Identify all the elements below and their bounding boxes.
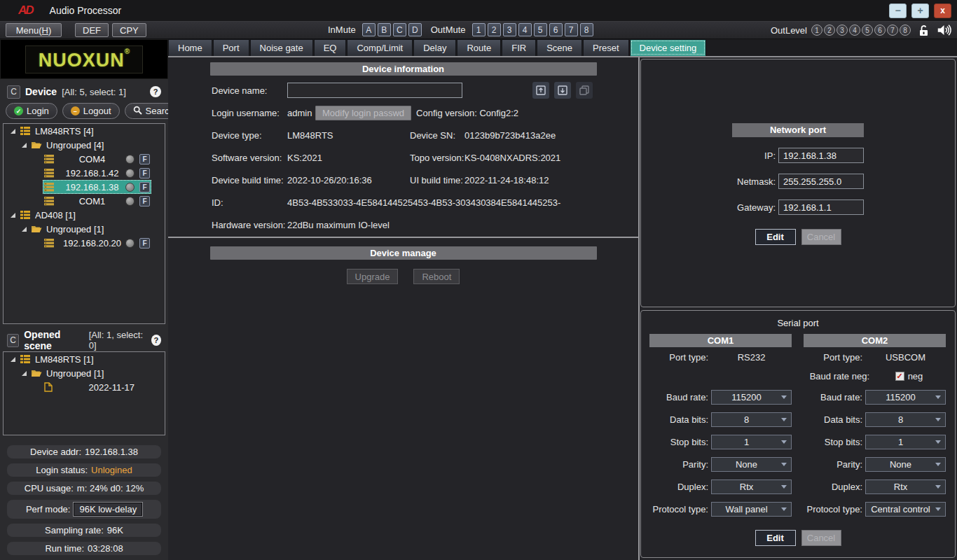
logout-button[interactable]: –Logout — [62, 103, 120, 119]
outlevel-button-6[interactable]: 6 — [874, 24, 886, 36]
tree-row-192-168-1-38[interactable]: 192.168.1.38F — [4, 180, 165, 194]
outlevel-button-7[interactable]: 7 — [887, 24, 898, 36]
inmute-button-d[interactable]: D — [408, 23, 422, 36]
expand-arrow-icon[interactable] — [11, 213, 15, 218]
network-field-input[interactable] — [778, 148, 864, 163]
expand-arrow-icon[interactable] — [22, 143, 27, 148]
cpy-button[interactable]: CPY — [112, 23, 146, 37]
tree-leaf-content[interactable]: COM1F — [43, 194, 151, 208]
outmute-button-7[interactable]: 7 — [565, 23, 578, 36]
inmute-button-a[interactable]: A — [362, 23, 376, 36]
tree-group-ungrouped-1-[interactable]: Ungrouped [1] — [4, 366, 165, 380]
inmute-button-b[interactable]: B — [378, 23, 391, 36]
tree-leaf-content[interactable]: COM4F — [43, 152, 151, 166]
f-button[interactable]: F — [139, 182, 150, 192]
parity-select[interactable]: None — [711, 457, 792, 472]
baud-rate-select[interactable]: 115200 — [711, 390, 792, 405]
data-bits-select[interactable]: 8 — [711, 412, 792, 427]
menu-button[interactable]: Menu(H) — [6, 23, 62, 37]
stop-bits-select[interactable]: 1 — [711, 435, 792, 449]
f-button[interactable]: F — [139, 196, 150, 206]
tab-preset[interactable]: Preset — [583, 39, 629, 56]
tree-leaf-content[interactable]: 192.168.1.42F — [43, 166, 151, 180]
tree-leaf-content[interactable]: 192.168.1.38F — [43, 180, 151, 194]
network-edit-button[interactable]: Edit — [755, 229, 796, 245]
f-button[interactable]: F — [139, 238, 150, 248]
speaker-icon[interactable] — [936, 23, 951, 37]
tree-leaf-content[interactable]: 2022-11-17 — [43, 380, 151, 394]
tree-row-192-168-1-42[interactable]: 192.168.1.42F — [4, 166, 165, 180]
login-button[interactable]: ✓Login — [6, 103, 57, 119]
tab-comp-limit[interactable]: Comp/Limit — [347, 39, 413, 56]
def-button[interactable]: DEF — [75, 23, 109, 37]
outlevel-button-3[interactable]: 3 — [836, 24, 848, 36]
tree-group-lm848rts-1-[interactable]: LM848RTS [1] — [4, 352, 165, 366]
serial-cancel-button[interactable]: Cancel — [801, 530, 841, 546]
inmute-button-c[interactable]: C — [393, 23, 406, 36]
tab-noise-gate[interactable]: Noise gate — [250, 39, 313, 56]
outmute-button-4[interactable]: 4 — [518, 23, 532, 36]
maximize-button[interactable]: + — [911, 4, 929, 18]
close-button[interactable]: x — [934, 4, 951, 18]
modify-password-button[interactable]: Modify login passwd — [315, 106, 411, 120]
network-cancel-button[interactable]: Cancel — [801, 229, 841, 245]
minimize-button[interactable]: − — [889, 4, 907, 18]
reboot-button[interactable]: Reboot — [413, 269, 460, 284]
f-button[interactable]: F — [139, 154, 150, 164]
stop-bits-select[interactable]: 1 — [865, 435, 946, 449]
outmute-button-8[interactable]: 8 — [580, 23, 593, 36]
tab-scene[interactable]: Scene — [537, 39, 582, 56]
unlock-icon[interactable] — [916, 23, 931, 37]
duplex-select[interactable]: Rtx — [865, 479, 946, 494]
data-bits-select[interactable]: 8 — [865, 412, 946, 427]
expand-arrow-icon[interactable] — [22, 371, 27, 376]
tree-row-2022-11-17[interactable]: 2022-11-17 — [4, 380, 165, 394]
tree-row-com1[interactable]: COM1F — [4, 194, 165, 208]
outlevel-button-4[interactable]: 4 — [849, 24, 860, 36]
tree-group-ad408-1-[interactable]: AD408 [1] — [4, 208, 165, 222]
outmute-button-6[interactable]: 6 — [549, 23, 563, 36]
expand-arrow-icon[interactable] — [22, 227, 27, 232]
outlevel-button-2[interactable]: 2 — [824, 24, 835, 36]
device-collapse-button[interactable]: C — [7, 85, 20, 99]
upgrade-button[interactable]: Upgrade — [347, 269, 399, 284]
scene-help-icon[interactable]: ? — [151, 335, 161, 346]
outlevel-button-5[interactable]: 5 — [862, 24, 873, 36]
outmute-button-2[interactable]: 2 — [488, 23, 501, 36]
tree-row-192-168-20-20[interactable]: 192.168.20.20F — [4, 236, 165, 250]
copy-icon[interactable] — [576, 82, 593, 99]
tree-group-ungrouped-4-[interactable]: Ungrouped [4] — [4, 138, 165, 152]
status-value[interactable]: 96K low-delay — [74, 503, 142, 516]
export-icon[interactable] — [554, 82, 571, 99]
neg-checkbox[interactable]: ✓ — [895, 372, 904, 381]
tree-group-ungrouped-1-[interactable]: Ungrouped [1] — [4, 222, 165, 236]
tab-route[interactable]: Route — [457, 39, 501, 56]
tree-group-lm848rts-4-[interactable]: LM848RTS [4] — [4, 124, 165, 138]
protocol-type-select[interactable]: Wall panel — [711, 502, 792, 517]
duplex-select[interactable]: Rtx — [711, 479, 792, 494]
tree-row-com4[interactable]: COM4F — [4, 152, 165, 166]
outlevel-button-1[interactable]: 1 — [811, 24, 822, 36]
protocol-type-select[interactable]: Central control — [865, 502, 946, 517]
expand-arrow-icon[interactable] — [11, 129, 15, 134]
device-name-input[interactable] — [287, 83, 462, 98]
outmute-button-3[interactable]: 3 — [503, 23, 516, 36]
f-button[interactable]: F — [139, 168, 150, 178]
import-icon[interactable] — [532, 82, 549, 99]
expand-arrow-icon[interactable] — [11, 357, 15, 362]
serial-edit-button[interactable]: Edit — [755, 530, 796, 546]
parity-select[interactable]: None — [865, 457, 946, 472]
outmute-button-1[interactable]: 1 — [472, 23, 486, 36]
baud-rate-select[interactable]: 115200 — [865, 390, 946, 405]
tab-eq[interactable]: EQ — [314, 39, 347, 56]
network-field-input[interactable] — [778, 200, 864, 215]
tab-fir[interactable]: FIR — [502, 39, 536, 56]
tab-port[interactable]: Port — [213, 39, 249, 56]
tab-home[interactable]: Home — [168, 39, 212, 56]
device-help-icon[interactable]: ? — [150, 86, 161, 97]
outlevel-button-8[interactable]: 8 — [900, 24, 911, 36]
network-field-input[interactable] — [778, 174, 864, 189]
tab-device-setting[interactable]: Device setting — [630, 39, 707, 56]
tree-leaf-content[interactable]: 192.168.20.20F — [43, 236, 151, 250]
outmute-button-5[interactable]: 5 — [534, 23, 547, 36]
